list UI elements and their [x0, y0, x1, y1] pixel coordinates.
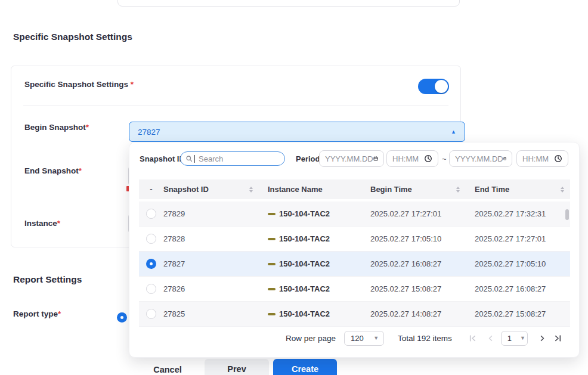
- instance-dash-icon: [268, 263, 276, 265]
- cell-begin-time: 2025.02.27 15:08:27: [370, 284, 475, 293]
- section-title-specific-snapshot-settings: Specific Snapshot Settings: [13, 32, 132, 42]
- section-title-report-settings: Report Settings: [13, 274, 82, 285]
- calendar-icon: [373, 154, 378, 163]
- table-header-end-time: End Time: [475, 185, 570, 194]
- cell-snapshot-id: 27827: [163, 259, 268, 268]
- report-type-radio[interactable]: [117, 312, 127, 323]
- sort-icon[interactable]: [456, 187, 460, 193]
- pagination-bar: Row per page 120 ▼ Total 192 items 1 ▼: [129, 330, 579, 346]
- clock-icon: [424, 154, 432, 163]
- begin-snapshot-label: Begin Snapshot*: [24, 123, 89, 132]
- row-radio[interactable]: [146, 284, 156, 294]
- cancel-button[interactable]: Cancel: [140, 359, 196, 375]
- cell-end-time: 2025.02.27 17:27:01: [475, 234, 570, 243]
- table-row-selected[interactable]: 27827 150-104-TAC2 2025.02.27 16:08:27 2…: [139, 252, 570, 277]
- table-body: 27829 150-104-TAC2 2025.02.27 17:27:01 2…: [139, 202, 570, 327]
- search-input-field[interactable]: [197, 154, 280, 164]
- row-radio-checked[interactable]: [146, 259, 156, 269]
- row-radio[interactable]: [146, 209, 156, 219]
- required-asterisk: *: [58, 309, 61, 318]
- cell-end-time: 2025.02.27 17:32:31: [475, 209, 570, 218]
- period-start-date-input[interactable]: YYYY.MM.DD: [319, 150, 384, 167]
- cell-snapshot-id: 27829: [163, 209, 268, 218]
- required-asterisk: *: [79, 166, 82, 175]
- instance-label: Instance*: [24, 219, 60, 228]
- chevron-down-icon: ▼: [512, 335, 525, 341]
- range-separator: ~: [442, 154, 447, 163]
- cell-begin-time: 2025.02.27 17:05:10: [370, 234, 475, 243]
- page-number-select[interactable]: 1 ▼: [501, 331, 528, 346]
- table-row[interactable]: 27829 150-104-TAC2 2025.02.27 17:27:01 2…: [139, 202, 570, 227]
- snapshot-id-filter-label: Snapshot ID: [140, 154, 185, 163]
- snapshot-id-search-input[interactable]: [180, 151, 285, 166]
- next-page-button[interactable]: [539, 334, 547, 342]
- create-button[interactable]: Create: [273, 359, 337, 375]
- toggle-knob: [435, 80, 448, 93]
- text-caret: [194, 155, 195, 163]
- cell-instance-name: 150-104-TAC2: [279, 284, 330, 293]
- clock-icon: [554, 154, 562, 163]
- cell-end-time: 2025.02.27 16:08:27: [475, 284, 570, 293]
- cell-snapshot-id: 27826: [163, 284, 268, 293]
- page-size-select[interactable]: 120 ▼: [344, 331, 384, 346]
- begin-snapshot-select[interactable]: 27827 ▲: [129, 122, 465, 142]
- begin-snapshot-value: 27827: [138, 128, 160, 137]
- sort-icon[interactable]: [249, 187, 253, 193]
- specific-snapshot-settings-toggle[interactable]: [418, 79, 449, 94]
- cell-instance-name: 150-104-TAC2: [279, 209, 330, 218]
- period-start-time-input[interactable]: HH:MM: [386, 150, 438, 167]
- table-row[interactable]: 27826 150-104-TAC2 2025.02.27 15:08:27 2…: [139, 277, 570, 302]
- period-end-date-input[interactable]: YYYY.MM.DD: [449, 150, 512, 167]
- end-snapshot-label: End Snapshot*: [24, 166, 82, 175]
- instance-dash-icon: [268, 238, 276, 240]
- last-page-button[interactable]: [554, 334, 562, 342]
- cell-begin-time: 2025.02.27 14:08:27: [370, 309, 475, 318]
- cell-snapshot-id: 27825: [163, 309, 268, 318]
- row-radio[interactable]: [146, 309, 156, 319]
- required-asterisk: *: [57, 219, 60, 228]
- instance-dash-icon: [268, 213, 276, 215]
- chevron-down-icon: ▼: [365, 335, 379, 341]
- chevron-up-icon: ▲: [451, 129, 456, 135]
- cell-instance-name: 150-104-TAC2: [279, 309, 330, 318]
- report-type-label: Report type*: [13, 309, 61, 318]
- total-items-label: Total 192 items: [398, 334, 452, 343]
- table-header-begin-time: Begin Time: [370, 185, 475, 194]
- cell-begin-time: 2025.02.27 17:27:01: [370, 209, 475, 218]
- top-partial-input[interactable]: [117, 0, 460, 7]
- toggle-field-label: Specific Snapshot Settings *: [24, 80, 134, 89]
- table-header-row: - Snapshot ID Instance Name Begin Time E…: [139, 179, 570, 199]
- first-page-button[interactable]: [469, 334, 477, 342]
- page: Specific Snapshot Settings Specific Snap…: [0, 0, 588, 375]
- cell-end-time: 2025.02.27 17:05:10: [475, 259, 570, 268]
- table-header-snapshot-id: Snapshot ID: [163, 185, 268, 194]
- previous-page-button[interactable]: [487, 334, 495, 342]
- calendar-icon: [503, 154, 506, 163]
- instance-dash-icon: [268, 313, 276, 315]
- divider: [23, 106, 448, 106]
- cell-begin-time: 2025.02.27 16:08:27: [370, 259, 475, 268]
- row-per-page-label: Row per page: [286, 334, 336, 343]
- period-filter-label: Period: [296, 154, 320, 163]
- cell-end-time: 2025.02.27 15:08:27: [475, 309, 570, 318]
- prev-button[interactable]: Prev: [205, 359, 269, 375]
- cell-instance-name: 150-104-TAC2: [279, 234, 330, 243]
- search-icon: [185, 155, 193, 162]
- table-header-select: -: [139, 185, 163, 194]
- required-asterisk: *: [131, 80, 134, 89]
- table-header-instance-name: Instance Name: [268, 185, 370, 194]
- table-row[interactable]: 27828 150-104-TAC2 2025.02.27 17:05:10 2…: [139, 227, 570, 252]
- table-row[interactable]: 27825 150-104-TAC2 2025.02.27 14:08:27 2…: [139, 302, 570, 327]
- cell-instance-name: 150-104-TAC2: [279, 259, 330, 268]
- cell-snapshot-id: 27828: [163, 234, 268, 243]
- sort-icon[interactable]: [561, 187, 564, 193]
- period-end-time-input[interactable]: HH:MM: [516, 150, 568, 167]
- scrollbar-thumb[interactable]: [565, 209, 569, 220]
- instance-dash-icon: [268, 288, 276, 290]
- snapshot-dropdown-panel: Snapshot ID Period YYYY.MM.DD HH:MM ~ YY…: [129, 142, 580, 358]
- required-asterisk: *: [86, 123, 89, 132]
- row-radio[interactable]: [146, 234, 156, 244]
